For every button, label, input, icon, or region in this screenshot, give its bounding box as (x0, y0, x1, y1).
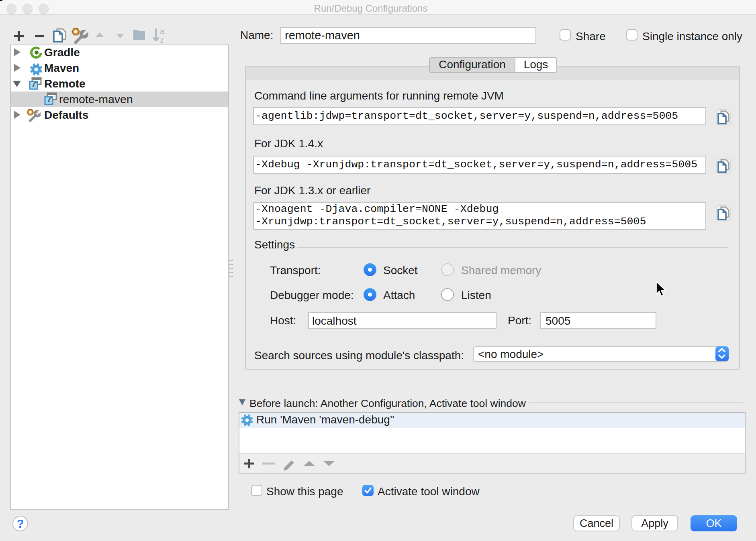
svg-text:a: a (160, 27, 165, 36)
svg-text:z: z (160, 36, 164, 45)
